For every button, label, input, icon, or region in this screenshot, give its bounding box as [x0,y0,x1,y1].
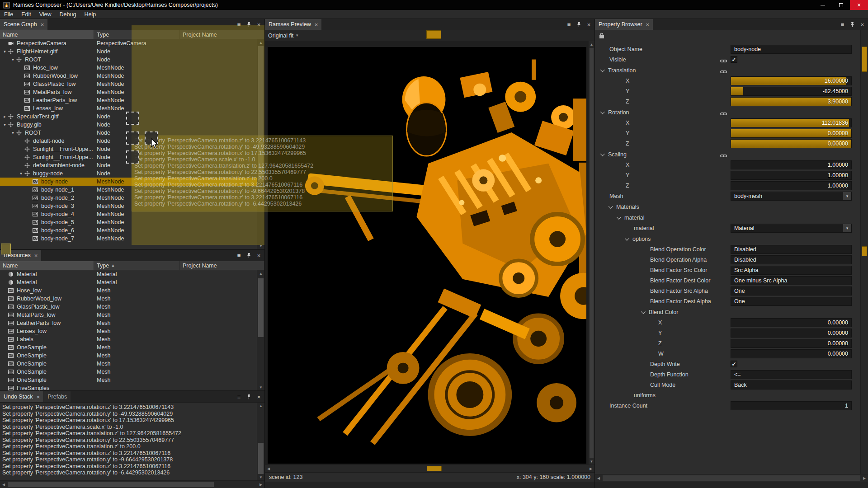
prop-value-field[interactable]: 1 [731,401,852,410]
panel-close-icon[interactable]: × [585,20,593,29]
scroll-left-icon[interactable]: ◀ [265,465,272,472]
scroll-right-icon[interactable]: ▶ [257,481,264,488]
dock-indicator-center[interactable] [126,131,139,145]
expander-open-icon[interactable]: ▾ [2,122,8,127]
tab-close-icon[interactable]: × [41,22,44,28]
column-header-name[interactable]: Name [0,30,94,39]
chevron-down-icon[interactable]: ▾ [843,192,851,200]
undo-vscrollbar[interactable]: ▲ ▼ [257,403,264,480]
scene-row-hose-low[interactable]: Hose_lowMeshNode [0,64,264,72]
dock-indicator-right[interactable] [145,131,158,145]
scene-row-leatherparts-low[interactable]: LeatherParts_lowMeshNode [0,96,264,104]
scroll-up-icon[interactable]: ▲ [257,403,264,409]
prop-value-field[interactable]: Src Alpha [731,266,852,275]
scroll-left-icon[interactable]: ◀ [595,474,602,482]
column-header-type[interactable]: Type [94,30,180,39]
panel-close-icon[interactable]: × [255,393,263,401]
prop-value-field[interactable]: <= [731,370,852,379]
prop-slider[interactable]: -82.45000 [731,87,852,96]
property-hscrollbar[interactable]: ◀ ▶ [595,474,868,482]
scroll-thumb[interactable] [590,48,594,458]
tab-resources[interactable]: Resources × [0,250,41,261]
prop-dropdown[interactable]: body-mesh▾ [731,192,852,201]
prop-slider[interactable]: 1.00000 [731,171,852,180]
undo-entry[interactable]: Set property 'PerspectiveCamera.rotation… [2,417,264,424]
scene-row-metalparts-low[interactable]: MetalParts_lowMeshNode [0,88,264,96]
prop-value-field[interactable]: Disabled [731,245,852,254]
resource-row-onesample[interactable]: OneSampleMesh [0,376,264,384]
resource-row-glassplastic-low[interactable]: GlassPlastic_lowMesh [0,303,264,311]
scene-row-body-node-1[interactable]: body-node_1MeshNode [0,186,264,194]
undo-entry[interactable]: Set property 'PerspectiveCamera.rotation… [2,450,264,457]
scene-row-glassplastic-low[interactable]: GlassPlastic_lowMeshNode [0,80,264,88]
tab-close-icon[interactable]: × [34,253,38,258]
collapse-icon[interactable] [609,204,613,209]
scroll-down-icon[interactable]: ▼ [257,384,264,390]
scroll-down-icon[interactable]: ▼ [257,243,264,249]
prop-slider[interactable]: 0.00000 [731,129,852,138]
column-header-project[interactable]: Project Name [180,261,264,270]
scroll-thumb[interactable] [603,475,860,481]
prop-slider[interactable]: 3.90000 [731,97,852,106]
prop-slider[interactable]: 0.00000 [731,318,852,327]
undo-entry[interactable]: Set property 'PerspectiveCamera.rotation… [2,437,264,444]
resource-row-onesample[interactable]: OneSampleMesh [0,352,264,360]
panel-menu-icon[interactable]: ≡ [838,20,847,29]
menu-edit[interactable]: Edit [17,10,35,19]
close-button[interactable]: × [850,0,868,10]
undo-entry[interactable]: Set property 'PerspectiveCamera.rotation… [2,404,264,411]
menu-file[interactable]: File [0,10,17,19]
undo-entry[interactable]: Set property 'PerspectiveCamera.rotation… [2,456,264,463]
pin-icon[interactable] [245,393,253,401]
tab-property-browser[interactable]: Property Browser × [595,19,653,30]
prop-slider[interactable]: 1.00000 [731,181,852,190]
scroll-thumb[interactable] [427,466,442,471]
tab-close-icon[interactable]: × [646,22,650,28]
undo-entry[interactable]: Set property 'PerspectiveCamera.rotation… [2,469,264,476]
prop-value-field[interactable]: Disabled [731,255,852,264]
prop-slider[interactable]: 0.00000 [731,328,852,338]
prop-value-field[interactable]: One [731,297,852,306]
column-header-project[interactable]: Project Name [180,30,264,39]
resource-row-onesample[interactable]: OneSampleMesh [0,368,264,376]
panel-menu-icon[interactable]: ≡ [235,393,243,401]
panel-menu-icon[interactable]: ≡ [235,251,243,260]
scene-row-body-node-4[interactable]: body-node_4MeshNode [0,210,264,218]
resource-row-leatherparts-low[interactable]: LeatherParts_lowMesh [0,319,264,327]
resource-row-metalparts-low[interactable]: MetalParts_lowMesh [0,311,264,319]
minimize-button[interactable] [814,0,832,10]
undo-entry[interactable]: Set property 'PerspectiveCamera.translat… [2,430,264,437]
scroll-up-icon[interactable]: ▲ [257,270,264,277]
property-vscrollbar[interactable] [860,30,868,474]
prop-value-field[interactable]: body-node [731,45,852,54]
pin-icon[interactable] [848,20,857,29]
scene-row-body-node[interactable]: body-nodeMeshNode [0,178,264,186]
resource-row-rubberwood-low[interactable]: RubberWood_lowMesh [0,295,264,303]
prop-slider[interactable]: 0.00000 [731,349,852,358]
pin-icon[interactable] [575,20,583,29]
scroll-right-icon[interactable]: ▶ [861,474,868,482]
resource-row-fivesamples[interactable]: FiveSamples [0,384,264,390]
tab-ramses-preview[interactable]: Ramses Preview × [265,19,321,30]
prop-dropdown[interactable]: Material▾ [731,224,852,233]
resource-row-material[interactable]: MaterialMaterial [0,270,264,278]
scroll-left-icon[interactable]: ◀ [0,481,7,488]
tab-close-icon[interactable]: × [315,22,318,28]
undo-entry[interactable]: Set property 'PerspectiveCamera.rotation… [2,463,264,470]
resource-row-labels[interactable]: LabelsMesh [0,335,264,343]
scroll-thumb[interactable] [258,46,264,182]
scene-row-root[interactable]: ▾ROOTNode [0,56,264,64]
maximize-button[interactable] [832,0,850,10]
scene-row-body-node-5[interactable]: body-node_5MeshNode [0,218,264,226]
undo-entry[interactable]: Set property 'PerspectiveCamera.translat… [2,443,264,450]
preview-vscrollbar[interactable]: ▲ ▼ [588,41,594,465]
scroll-down-icon[interactable]: ▼ [257,474,264,480]
menu-view[interactable]: View [35,10,56,19]
expander-open-icon[interactable]: ▾ [10,57,16,62]
panel-menu-icon[interactable]: ≡ [235,20,243,29]
resource-row-lenses-low[interactable]: Lenses_lowMesh [0,327,264,335]
column-header-name[interactable]: Name [0,261,94,270]
preview-viewport[interactable] [268,47,586,464]
checkbox[interactable]: ✓ [731,361,737,367]
scene-row-flighthelmet-gltf[interactable]: ▾FlightHelmet.gltfNode [0,47,264,56]
